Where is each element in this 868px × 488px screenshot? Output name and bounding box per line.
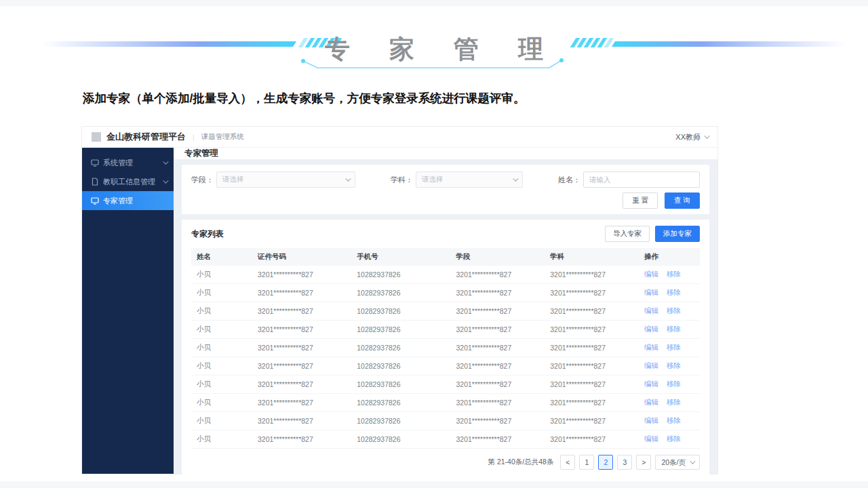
prev-page-button[interactable]: < [560,455,575,470]
cell-actions: 编辑 移除 [639,375,700,394]
stage-select[interactable]: 请选择 [216,171,355,188]
next-page-button[interactable]: > [636,455,651,470]
reset-button[interactable]: 重 置 [623,192,658,209]
remove-link[interactable]: 移除 [667,434,681,443]
cell-name: 小贝 [191,375,252,394]
remove-link[interactable]: 移除 [667,416,681,424]
chevron-down-icon [704,133,709,138]
cell-phone: 10282937826 [351,394,450,412]
chevron-down-icon [513,176,518,181]
subject-label: 学科： [391,175,413,185]
filter-card: 学段： 请选择 学科： 请选择 [182,165,709,214]
edit-link[interactable]: 编辑 [644,343,658,351]
remove-link[interactable]: 移除 [667,398,681,406]
edit-link[interactable]: 编辑 [644,306,658,314]
remove-link[interactable]: 移除 [667,380,681,388]
cell-phone: 10282937826 [351,284,450,302]
edit-link[interactable]: 编辑 [644,434,658,443]
banner-right-slashes [573,38,611,47]
page-button-1[interactable]: 1 [579,455,594,470]
pagination: 第 21-40条/总共48条 < 1 2 3 > 20条/页 [191,455,700,470]
cell-stage: 3201**********827 [451,284,545,302]
name-input[interactable] [583,171,700,188]
cell-actions: 编辑 移除 [639,266,700,284]
cell-stage: 3201**********827 [451,375,545,394]
user-menu[interactable]: XX教师 [675,132,708,142]
user-name: XX教师 [675,132,701,142]
table-row: 小贝 3201**********827 10282937826 3201***… [191,284,700,302]
cell-subject: 3201**********827 [545,302,639,321]
table-row: 小贝 3201**********827 10282937826 3201***… [191,412,700,430]
edit-link[interactable]: 编辑 [644,325,658,333]
edit-link[interactable]: 编辑 [644,288,658,296]
cell-stage: 3201**********827 [451,266,545,284]
page-button-3[interactable]: 3 [617,455,632,470]
col-cert-number: 证件号码 [252,248,351,266]
gear-icon [91,159,99,167]
table-row: 小贝 3201**********827 10282937826 3201***… [191,266,700,284]
remove-link[interactable]: 移除 [667,288,681,296]
remove-link[interactable]: 移除 [667,361,681,369]
remove-link[interactable]: 移除 [667,270,681,278]
cell-phone: 10282937826 [351,266,450,284]
banner: 专家管理 [0,27,868,75]
remove-link[interactable]: 移除 [667,343,681,351]
cell-cert-number: 3201**********827 [252,375,351,394]
brand-title: 金山教科研管理平台 [106,131,186,143]
slide-background: 专家管理 添加专家（单个添加/批量导入），生成专家账号，方便专家登录系统进行课题… [0,0,868,488]
cell-cert-number: 3201**********827 [252,284,351,302]
cell-subject: 3201**********827 [545,430,639,449]
add-expert-button[interactable]: 添加专家 [655,226,700,242]
system-name: 课题管理系统 [201,132,244,142]
cell-actions: 编辑 移除 [639,339,700,357]
page-button-2[interactable]: 2 [598,455,613,470]
sidebar-item-staff-info-management[interactable]: 教职工信息管理 [82,172,174,191]
cell-name: 小贝 [191,266,252,284]
cell-stage: 3201**********827 [451,394,545,412]
subject-select[interactable]: 请选择 [416,171,523,188]
cell-actions: 编辑 移除 [639,284,700,302]
cell-name: 小贝 [191,339,252,357]
expert-list-card: 专家列表 导入专家 添加专家 姓名 证件号码 手机号 学段 学科 [182,220,709,476]
edit-link[interactable]: 编辑 [644,361,658,369]
col-phone: 手机号 [351,248,450,266]
cell-stage: 3201**********827 [451,412,545,430]
cell-subject: 3201**********827 [545,412,639,430]
table-header-row: 姓名 证件号码 手机号 学段 学科 操作 [191,248,700,266]
table-row: 小贝 3201**********827 10282937826 3201***… [191,321,700,339]
remove-link[interactable]: 移除 [667,306,681,314]
search-button[interactable]: 查 询 [665,192,700,209]
app-header: 金山教科研管理平台 | 课题管理系统 XX教师 [82,127,717,148]
edit-link[interactable]: 编辑 [644,416,658,424]
chevron-down-icon [345,176,351,181]
edit-link[interactable]: 编辑 [644,270,658,278]
bottom-edge-strip [0,481,868,488]
cell-phone: 10282937826 [351,321,450,339]
stage-label: 学段： [191,175,214,185]
cell-name: 小贝 [191,394,252,412]
expert-table: 姓名 证件号码 手机号 学段 学科 操作 小贝 3201********** [191,248,700,449]
page-title: 专家管理 [174,148,717,159]
sidebar-item-expert-management[interactable]: 专家管理 [82,191,174,210]
table-row: 小贝 3201**********827 10282937826 3201***… [191,430,700,449]
page-size-select[interactable]: 20条/页 [655,455,700,470]
cell-actions: 编辑 移除 [639,302,700,321]
cell-phone: 10282937826 [351,430,450,449]
expert-icon [91,197,99,205]
chevron-down-icon [163,178,168,183]
cell-name: 小贝 [191,302,252,321]
cell-name: 小贝 [191,357,252,375]
remove-link[interactable]: 移除 [667,325,681,333]
cell-cert-number: 3201**********827 [252,357,351,375]
col-name: 姓名 [191,248,252,266]
import-expert-button[interactable]: 导入专家 [605,226,650,242]
cell-actions: 编辑 移除 [639,430,700,449]
cell-subject: 3201**********827 [545,266,639,284]
cell-subject: 3201**********827 [545,284,639,302]
edit-link[interactable]: 编辑 [644,380,658,388]
name-label: 姓名： [558,175,580,185]
edit-link[interactable]: 编辑 [644,398,658,406]
sidebar-item-system-management[interactable]: 系统管理 [82,153,174,172]
cell-phone: 10282937826 [351,357,450,375]
sidebar-item-label: 教职工信息管理 [103,177,163,187]
